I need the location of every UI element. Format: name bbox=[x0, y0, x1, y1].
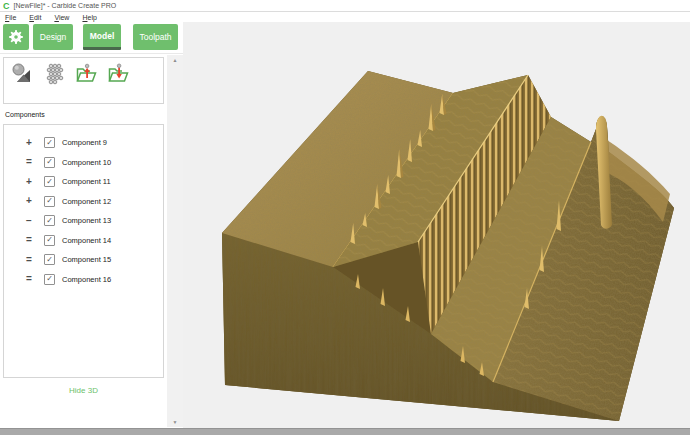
tab-design[interactable]: Design bbox=[33, 24, 73, 50]
import-component-icon[interactable] bbox=[106, 61, 132, 87]
combine-mode-icon: + bbox=[23, 196, 35, 206]
component-checkbox[interactable] bbox=[44, 254, 55, 265]
component-label: Component 10 bbox=[62, 158, 111, 167]
combine-mode-icon: + bbox=[23, 138, 35, 148]
combine-mode-icon: = bbox=[23, 235, 35, 245]
export-component-icon[interactable] bbox=[74, 61, 100, 87]
combine-mode-icon: = bbox=[23, 274, 35, 284]
gear-icon bbox=[7, 28, 25, 46]
component-row[interactable]: + Component 11 bbox=[4, 172, 163, 192]
component-label: Component 13 bbox=[62, 216, 111, 225]
scroll-down-arrow-icon[interactable]: ▼ bbox=[167, 417, 183, 427]
component-label: Component 14 bbox=[62, 236, 111, 245]
component-row[interactable]: − Component 13 bbox=[4, 211, 163, 231]
component-checkbox[interactable] bbox=[44, 196, 55, 207]
menu-file[interactable]: File bbox=[0, 14, 24, 21]
panel-separator bbox=[0, 53, 183, 54]
menu-view[interactable]: View bbox=[49, 14, 77, 21]
component-label: Component 16 bbox=[62, 275, 111, 284]
status-bar bbox=[0, 428, 690, 435]
component-row[interactable]: = Component 10 bbox=[4, 153, 163, 173]
components-panel-title: Components bbox=[5, 111, 45, 118]
3d-model-render bbox=[183, 22, 690, 428]
component-row[interactable]: = Component 15 bbox=[4, 250, 163, 270]
combine-mode-icon: = bbox=[23, 157, 35, 167]
component-row[interactable]: + Component 12 bbox=[4, 192, 163, 212]
title-bar: C [NewFile]* - Carbide Create PRO bbox=[0, 0, 690, 12]
tab-model[interactable]: Model bbox=[83, 24, 121, 50]
shape-3d-icon[interactable] bbox=[10, 61, 36, 87]
component-checkbox[interactable] bbox=[44, 176, 55, 187]
model-tools-box bbox=[3, 57, 164, 104]
settings-gear-button[interactable] bbox=[3, 24, 29, 50]
component-label: Component 12 bbox=[62, 197, 111, 206]
panel-scrollbar[interactable]: ▲ ▼ bbox=[167, 55, 183, 427]
window-title: [NewFile]* - Carbide Create PRO bbox=[14, 2, 117, 9]
combine-mode-icon: − bbox=[23, 216, 35, 226]
component-checkbox[interactable] bbox=[44, 157, 55, 168]
app-logo-icon: C bbox=[3, 1, 10, 11]
component-label: Component 11 bbox=[62, 177, 111, 186]
component-checkbox[interactable] bbox=[44, 274, 55, 285]
component-row[interactable]: = Component 14 bbox=[4, 231, 163, 251]
carbide-create-window: C [NewFile]* - Carbide Create PRO File E… bbox=[0, 0, 690, 435]
component-label: Component 15 bbox=[62, 255, 111, 264]
menu-help[interactable]: Help bbox=[77, 14, 104, 21]
component-checkbox[interactable] bbox=[44, 137, 55, 148]
component-checkbox[interactable] bbox=[44, 235, 55, 246]
components-list: + Component 9 = Component 10 + Component… bbox=[3, 124, 164, 378]
menu-edit[interactable]: Edit bbox=[24, 14, 49, 21]
component-row[interactable]: = Component 16 bbox=[4, 270, 163, 290]
hide-3d-button[interactable]: Hide 3D bbox=[3, 385, 164, 396]
component-checkbox[interactable] bbox=[44, 215, 55, 226]
combine-mode-icon: = bbox=[23, 255, 35, 265]
dot-grid-texture-icon[interactable] bbox=[42, 61, 68, 87]
scroll-up-arrow-icon[interactable]: ▲ bbox=[167, 55, 183, 65]
component-row[interactable]: + Component 9 bbox=[4, 133, 163, 153]
component-label: Component 9 bbox=[62, 138, 107, 147]
combine-mode-icon: + bbox=[23, 177, 35, 187]
tab-toolpath[interactable]: Toolpath bbox=[133, 24, 178, 50]
3d-viewport[interactable] bbox=[183, 22, 690, 428]
